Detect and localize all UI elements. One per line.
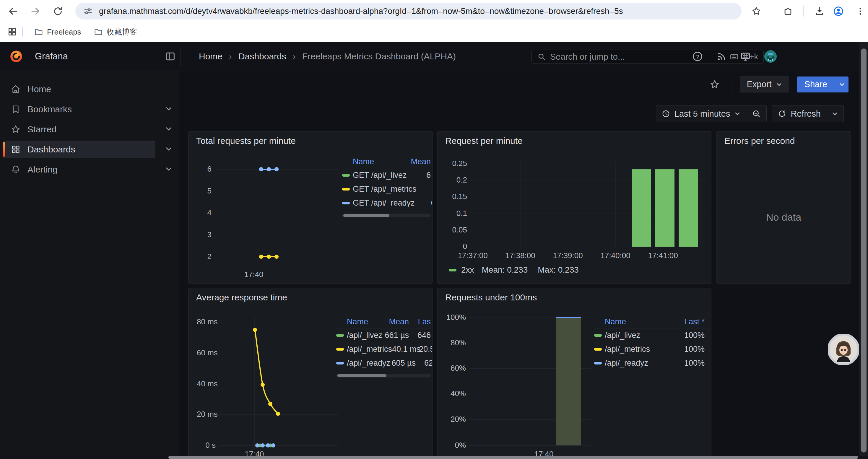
- sidebar-item-label: Bookmarks: [28, 104, 72, 114]
- legend-row[interactable]: GET /api/_readyz6: [342, 196, 431, 210]
- zoom-out-button[interactable]: [746, 105, 766, 122]
- export-label: Export: [747, 79, 772, 89]
- y-tick-label: 6: [194, 165, 212, 174]
- vertical-scrollbar[interactable]: [859, 42, 868, 459]
- y-tick-label: 0%: [445, 441, 466, 450]
- assistant-avatar[interactable]: [828, 334, 859, 365]
- share-button[interactable]: Share: [797, 76, 848, 93]
- sidebar-item-label: Starred: [28, 124, 56, 134]
- help-icon[interactable]: ?: [692, 51, 703, 62]
- legend-scrollbar[interactable]: [342, 214, 431, 218]
- horizontal-scrollbar[interactable]: [0, 456, 868, 459]
- sidebar-toggle-icon[interactable]: [164, 51, 176, 62]
- star-icon: [10, 124, 21, 135]
- gridline: [544, 315, 544, 449]
- dashboards-grid-icon: [10, 144, 21, 155]
- sidebar: Home Bookmarks Starred: [0, 71, 179, 459]
- breadcrumb: Home › Dashboards › Freeleaps Metrics Da…: [199, 42, 456, 71]
- gridline: [216, 213, 338, 213]
- share-dropdown[interactable]: [835, 76, 848, 93]
- back-icon[interactable]: [5, 3, 21, 20]
- panel-title[interactable]: Request per minute: [445, 136, 523, 146]
- active-indicator: [3, 142, 5, 157]
- forward-icon[interactable]: [27, 3, 44, 20]
- bookmark-folder-freeleaps[interactable]: Freeleaps: [30, 25, 85, 39]
- panel-avg-response-time: 80 ms60 ms40 ms20 ms0 s17:40 Average res…: [188, 288, 433, 459]
- series-pill: [342, 174, 350, 177]
- refresh-button[interactable]: Refresh: [772, 105, 826, 122]
- y-tick-label: 40%: [445, 389, 466, 398]
- legend-row[interactable]: /api/_readyz100%: [594, 356, 705, 370]
- gridline: [471, 230, 705, 230]
- sidebar-item-bookmarks[interactable]: Bookmarks: [0, 99, 179, 119]
- chevron-down-icon[interactable]: [165, 105, 173, 114]
- legend-row[interactable]: /api/_livez661 µs646: [336, 328, 431, 342]
- gridline: [216, 235, 338, 235]
- series-value: 661 µs: [383, 331, 409, 340]
- scrollbar-thumb[interactable]: [168, 456, 858, 459]
- legend-row[interactable]: /api/_readyz605 µs620: [336, 356, 431, 370]
- chevron-down-icon[interactable]: [165, 145, 173, 154]
- legend-row[interactable]: GET /api/_metrics2: [342, 182, 431, 196]
- export-button[interactable]: Export: [740, 76, 789, 93]
- favorite-star-icon[interactable]: [709, 79, 720, 90]
- gridline: [473, 161, 473, 248]
- menu-kebab-icon[interactable]: [852, 3, 868, 20]
- site-settings-icon[interactable]: [83, 6, 93, 16]
- series-value: 6: [415, 198, 433, 208]
- profile-icon[interactable]: [830, 3, 847, 20]
- url-bar[interactable]: grafana.mathmast.com/d/deytv4rwavabkb/fr…: [75, 3, 742, 20]
- time-range-picker[interactable]: Last 5 minutes: [656, 105, 746, 122]
- bookmark-folder-blogs[interactable]: 收藏博客: [90, 25, 142, 40]
- series-value: 605 µs: [390, 359, 416, 368]
- legend-row[interactable]: /api/_metrics40.1 ms20.5 r: [336, 342, 431, 356]
- x-tick-label: 17:40: [233, 270, 275, 279]
- gridline: [216, 257, 338, 257]
- legend-scrollbar[interactable]: [336, 374, 431, 378]
- sidebar-item-home[interactable]: Home: [0, 79, 179, 99]
- sidebar-item-starred[interactable]: Starred: [0, 119, 179, 139]
- panel-title[interactable]: Requests under 100ms: [445, 292, 537, 302]
- series-name: /api/_readyz: [347, 359, 390, 368]
- series-name: GET /api/_metrics: [353, 185, 416, 194]
- series-value: 100%: [675, 345, 705, 354]
- breadcrumb-dashboards[interactable]: Dashboards: [239, 52, 286, 61]
- refresh-inter val-dropdown[interactable]: [826, 105, 843, 122]
- x-tick-label: 17:38:00: [500, 251, 541, 260]
- legend-request-per-minute[interactable]: 2xx Mean: 0.233 Max: 0.233: [449, 265, 579, 275]
- x-tick-label: 17:39:00: [547, 251, 589, 260]
- monitor-icon[interactable]: [740, 51, 751, 62]
- extensions-icon[interactable]: [780, 3, 796, 20]
- scrollbar-thumb[interactable]: [861, 48, 867, 453]
- legend-row[interactable]: /api/_metrics100%: [594, 342, 705, 356]
- bookmark-star-icon[interactable]: [748, 3, 765, 20]
- panel-title[interactable]: Errors per second: [724, 136, 795, 146]
- series-pill: [336, 348, 344, 351]
- toolbar-divider: [803, 6, 804, 17]
- download-icon[interactable]: [811, 3, 828, 20]
- sidebar-item-alerting[interactable]: Alerting: [0, 160, 179, 179]
- y-tick-label: 60%: [445, 364, 466, 373]
- apps-grid-icon[interactable]: [7, 27, 17, 37]
- chevron-down-icon[interactable]: [165, 125, 173, 134]
- series-value: 100%: [675, 359, 705, 368]
- scrollbar-thumb[interactable]: [343, 214, 390, 217]
- breadcrumb-home[interactable]: Home: [199, 52, 222, 61]
- sidebar-item-label: Dashboards: [28, 144, 75, 155]
- y-tick-label: 40 ms: [197, 379, 216, 388]
- reload-icon[interactable]: [50, 3, 66, 20]
- brand-label: Grafana: [35, 51, 68, 62]
- grafana-logo[interactable]: [9, 50, 23, 63]
- bell-icon: [10, 164, 21, 175]
- gridline: [469, 318, 591, 318]
- series-name: GET /api/_readyz: [353, 198, 415, 208]
- legend-row[interactable]: /api/_livez100%: [594, 328, 705, 342]
- chevron-down-icon[interactable]: [165, 165, 173, 174]
- sidebar-item-dashboards[interactable]: Dashboards: [0, 139, 179, 160]
- legend-row[interactable]: GET /api/_livez6: [342, 168, 431, 182]
- news-rss-icon[interactable]: [716, 51, 727, 62]
- user-avatar[interactable]: [764, 50, 777, 63]
- panel-title[interactable]: Average response time: [196, 292, 287, 302]
- panel-title[interactable]: Total requests per minute: [196, 136, 296, 146]
- scrollbar-thumb[interactable]: [337, 374, 386, 377]
